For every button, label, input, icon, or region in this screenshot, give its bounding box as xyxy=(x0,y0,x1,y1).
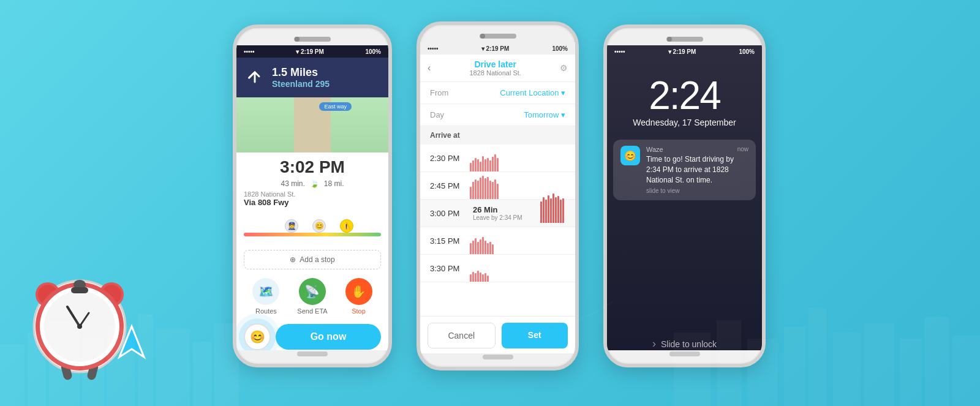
svg-rect-16 xyxy=(71,287,88,293)
bar xyxy=(470,187,472,199)
battery-3: 100% xyxy=(739,48,755,55)
city-skyline xyxy=(0,296,980,406)
time-slot-label-245: 2:45 PM xyxy=(430,181,470,190)
bar xyxy=(489,160,491,171)
nav-content: 3:02 PM 43 min. 🍃 18 mi. 1828 National S… xyxy=(236,152,388,212)
svg-rect-35 xyxy=(864,323,894,406)
status-bar-3: ••••• ▾ 2:19 PM 100% xyxy=(607,45,762,58)
bar xyxy=(480,178,481,199)
svg-rect-38 xyxy=(952,336,980,406)
bars-230 xyxy=(470,145,500,171)
bar xyxy=(472,241,474,254)
battery-2: 100% xyxy=(552,45,568,52)
time-slot-315[interactable]: 3:15 PM xyxy=(420,227,575,255)
back-button[interactable]: ‹ xyxy=(428,62,431,73)
notif-app-name: Waze xyxy=(646,146,663,153)
bar xyxy=(482,176,484,199)
svg-rect-31 xyxy=(747,339,778,406)
bar xyxy=(552,194,554,223)
bars-330 xyxy=(470,255,490,282)
day-value[interactable]: Tomorrow xyxy=(461,110,565,119)
bars-300 xyxy=(540,203,565,223)
bar xyxy=(543,197,545,223)
bar xyxy=(494,154,496,171)
bar xyxy=(487,276,489,282)
bar xyxy=(484,241,486,254)
bar xyxy=(487,158,489,171)
minutes-300: 26 Min xyxy=(473,205,522,214)
time-3: 2:19 PM xyxy=(673,48,696,55)
time-2: 2:19 PM xyxy=(486,45,510,52)
add-stop-label: Add a stop xyxy=(300,255,334,264)
lock-time: 2:24 xyxy=(607,76,762,115)
via-route: Via 808 Fwy xyxy=(244,198,381,207)
route-icon-police: 👮 xyxy=(285,219,298,233)
notif-content: Waze now Time to go! Start driving by 2:… xyxy=(646,146,748,194)
bar xyxy=(560,200,562,223)
bar xyxy=(497,158,499,171)
route-stats: 43 min. 🍃 18 mi. xyxy=(244,179,381,188)
nav-header: 1.5 Miles Steenland 295 xyxy=(236,58,388,97)
svg-rect-26 xyxy=(214,323,239,406)
svg-rect-19 xyxy=(28,333,46,406)
bar xyxy=(545,200,547,223)
police-avatar: 👮 xyxy=(285,219,298,233)
svg-rect-21 xyxy=(83,339,104,406)
notif-app-name-row: Waze now xyxy=(646,146,748,153)
status-bar-1: ••••• ▾ 2:19 PM 100% xyxy=(236,45,388,58)
bar xyxy=(482,156,484,171)
bar xyxy=(477,159,479,171)
bars-245 xyxy=(470,172,500,199)
bar xyxy=(492,244,494,254)
bar xyxy=(540,201,542,223)
turn-arrow-icon xyxy=(244,67,266,89)
status-bar-2: ••••• ▾ 2:19 PM 100% xyxy=(420,42,575,55)
notif-slide-hint: slide to view xyxy=(646,187,748,194)
svg-line-27 xyxy=(490,302,521,351)
map-badge: East way xyxy=(319,102,352,111)
status-bar-center-3: ▾ 2:19 PM xyxy=(668,48,696,55)
svg-line-28 xyxy=(521,302,551,351)
bar xyxy=(487,243,489,254)
bar xyxy=(480,273,481,282)
nav-street: Steenland 295 xyxy=(272,79,381,89)
bar xyxy=(482,274,484,282)
bar-area-330 xyxy=(470,255,565,282)
bar xyxy=(472,160,474,171)
settings-icon[interactable]: ⚙ xyxy=(560,63,568,73)
bar xyxy=(494,179,496,199)
svg-rect-36 xyxy=(900,339,922,406)
bar xyxy=(480,162,481,171)
status-bar-center-2: ▾ 2:19 PM xyxy=(481,45,510,52)
svg-rect-25 xyxy=(193,342,211,406)
bar xyxy=(470,163,472,171)
status-dots-1: ••••• xyxy=(244,48,255,55)
hazard-avatar: ⚠️ xyxy=(340,219,353,233)
leaf-icon: 🍃 xyxy=(310,179,319,188)
time-slot-230[interactable]: 2:30 PM xyxy=(420,145,575,172)
nav-distance: 1.5 Miles Steenland 295 xyxy=(272,66,381,89)
add-stop-button[interactable]: ⊕ Add a stop xyxy=(244,250,381,269)
bar xyxy=(472,182,474,199)
bar xyxy=(475,238,477,254)
map-area: East way xyxy=(236,97,388,152)
time-1: 2:19 PM xyxy=(301,48,324,55)
bar xyxy=(492,157,494,171)
bar xyxy=(487,177,489,199)
arrival-time: 3:02 PM xyxy=(244,157,381,177)
waze-avatar: 😊 xyxy=(312,219,326,233)
route-icon-waze: 😊 xyxy=(312,219,326,233)
route-bar xyxy=(244,233,381,236)
bar xyxy=(557,196,559,223)
bar xyxy=(477,242,479,254)
time-slot-330[interactable]: 3:30 PM xyxy=(420,255,575,282)
lockscreen-time-area: 2:24 Wednesday, 17 September xyxy=(607,58,762,127)
from-value[interactable]: Current Location xyxy=(461,88,565,97)
svg-rect-18 xyxy=(0,345,24,406)
bar xyxy=(482,237,484,254)
bar xyxy=(555,197,557,223)
bar xyxy=(470,274,472,282)
from-row: From Current Location xyxy=(420,82,575,104)
bar xyxy=(470,243,472,254)
time-slot-300[interactable]: 3:00 PM 26 Min Leave by 2:34 PM xyxy=(420,200,575,227)
